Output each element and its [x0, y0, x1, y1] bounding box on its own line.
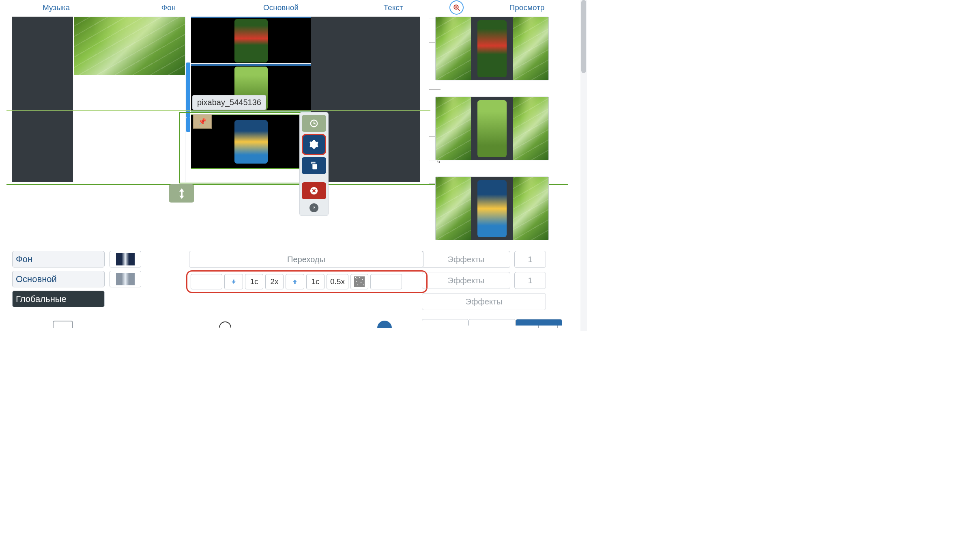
- magnify-plus-icon: [453, 4, 460, 11]
- svg-rect-15: [363, 285, 364, 285]
- tab-text[interactable]: Текст: [337, 0, 449, 15]
- svg-rect-13: [356, 281, 357, 282]
- layer-icon-main[interactable]: [110, 271, 141, 287]
- transition-arrow-down[interactable]: [224, 274, 243, 289]
- effects-tab-2[interactable]: [469, 319, 515, 326]
- drag-handle-vertical[interactable]: [169, 184, 194, 203]
- layer-icon-background[interactable]: [110, 251, 141, 267]
- transition-speed-out[interactable]: 0.5x: [327, 274, 348, 289]
- butterfly-grey-icon: [116, 273, 135, 285]
- transition-speed-in[interactable]: 2x: [265, 274, 284, 289]
- effects-button-global[interactable]: Эффекты: [422, 293, 546, 310]
- pin-icon: 📌: [198, 118, 206, 125]
- arrow-down-icon: [231, 279, 236, 285]
- effects-count-bg[interactable]: 1: [514, 251, 546, 268]
- clip-copy-button[interactable]: [302, 157, 326, 174]
- background-clip[interactable]: [74, 17, 185, 75]
- svg-text:?: ?: [313, 206, 315, 210]
- transitions-button[interactable]: Переходы: [189, 251, 423, 268]
- bottom-tab-3-active[interactable]: [377, 321, 392, 328]
- gear-icon: [309, 140, 319, 149]
- svg-rect-10: [357, 278, 357, 279]
- svg-rect-16: [357, 285, 358, 285]
- effects-tab-3-active[interactable]: [516, 319, 562, 326]
- clip-help-button[interactable]: ?: [309, 203, 318, 212]
- tab-music[interactable]: Музыка: [0, 0, 112, 15]
- copy-icon: [309, 161, 318, 170]
- close-circle-icon: [309, 186, 318, 195]
- preview-frame-1[interactable]: [435, 17, 549, 80]
- svg-rect-11: [359, 277, 360, 278]
- clip-tooltip: pixabay_5445136: [192, 95, 266, 110]
- effects-button-bg[interactable]: Эффекты: [422, 251, 510, 268]
- scrollbar-thumb[interactable]: [581, 0, 586, 73]
- layer-chip-global[interactable]: Глобальные: [12, 291, 105, 307]
- transition-duration-out[interactable]: 1с: [306, 274, 325, 289]
- effects-tab-1[interactable]: [422, 319, 469, 326]
- preview-bird-1: [477, 20, 507, 77]
- butterfly-dark-icon: [116, 253, 135, 265]
- bottom-tab-2[interactable]: [219, 321, 231, 328]
- effects-button-main[interactable]: Эффекты: [422, 272, 510, 289]
- clip-thumb-bird-red: [234, 19, 268, 63]
- svg-rect-14: [361, 282, 361, 283]
- clip-duration-button[interactable]: [302, 115, 326, 132]
- clock-icon: [309, 119, 318, 128]
- zoom-button[interactable]: [449, 0, 466, 15]
- question-icon: ?: [312, 205, 316, 210]
- arrow-up-icon: [292, 279, 298, 285]
- transition-duration-in[interactable]: 1с: [245, 274, 263, 289]
- transition-slot-in[interactable]: [191, 274, 222, 289]
- tab-preview[interactable]: Просмотр: [466, 0, 588, 15]
- drag-arrows-icon: [178, 188, 185, 199]
- preview-frame-2[interactable]: [435, 97, 549, 160]
- clip-settings-button[interactable]: [302, 134, 326, 155]
- tab-main[interactable]: Основной: [225, 0, 337, 15]
- background-track[interactable]: [74, 17, 185, 182]
- svg-line-1: [458, 9, 460, 11]
- layer-chip-main[interactable]: Основной: [12, 271, 105, 287]
- transitions-row: 1с 2x 1с 0.5x: [186, 270, 428, 293]
- vertical-scrollbar[interactable]: [580, 0, 587, 331]
- music-track[interactable]: [12, 17, 73, 182]
- clip-thumb-bird-macaw: [234, 120, 268, 164]
- guide-line-1: [6, 110, 430, 111]
- layer-chip-background[interactable]: Фон: [12, 251, 105, 267]
- transition-arrow-up[interactable]: [286, 274, 304, 289]
- svg-rect-9: [355, 277, 356, 278]
- svg-rect-5: [312, 164, 317, 169]
- svg-rect-12: [362, 279, 363, 280]
- preview-frame-3[interactable]: [435, 177, 549, 240]
- clip-handle-left[interactable]: [186, 63, 190, 118]
- timeline-ruler: 0 2 4 6 7: [420, 17, 432, 187]
- tab-background[interactable]: Фон: [112, 0, 225, 15]
- transition-noise-button[interactable]: [350, 274, 368, 289]
- pin-toggle[interactable]: 📌: [193, 114, 212, 129]
- preview-bird-3: [477, 180, 507, 237]
- clip-handle-left-2[interactable]: [186, 118, 190, 132]
- clip-context-toolbar: ?: [299, 112, 329, 216]
- clip-delete-button[interactable]: [302, 182, 326, 199]
- main-clip-1[interactable]: [191, 17, 311, 63]
- effects-count-main[interactable]: 1: [514, 272, 546, 289]
- bottom-tab-1[interactable]: [53, 321, 73, 328]
- noise-icon: [354, 276, 365, 287]
- transition-slot-out[interactable]: [370, 274, 402, 289]
- preview-bird-2: [477, 100, 507, 157]
